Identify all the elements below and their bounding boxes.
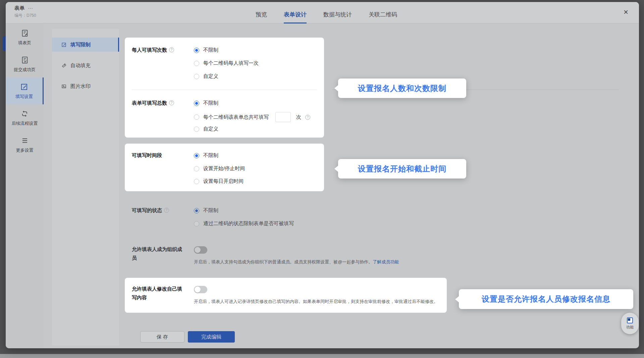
section-label-time-range: 可填写时间段 [132,151,162,160]
radio-option[interactable]: 自定义 [194,73,218,80]
radio-icon[interactable] [194,61,199,66]
doc-check-icon [20,56,29,64]
radio-label: 设置每日开启时间 [203,178,244,185]
radio-option[interactable]: 不限制 [194,152,218,159]
background-bottom-strip [0,354,644,358]
header-tabs: 预览 表单设计 数据与统计 关联二维码 [256,2,397,23]
sidebar-item-success-page[interactable]: 提交成功页 [6,51,44,78]
callout-modify-info: 设置是否允许报名人员修改报名信息 [459,289,633,309]
radio-selected-icon[interactable] [194,101,199,106]
radio-label: 每个二维码每人填写一次 [203,60,259,66]
become-member-toggle[interactable] [194,246,207,254]
image-icon [61,84,67,89]
radio-icon[interactable] [194,74,199,79]
settings-subnav: 填写限制 自动填充 图片水印 [52,29,119,346]
member-feature-link[interactable]: 了解成员功能 [373,259,399,264]
subnav-item-label: 填写限制 [70,42,91,48]
modify-own-toggle[interactable] [194,286,207,293]
subnav-item-auto-fill[interactable]: 自动填充 [52,58,119,72]
radio-icon[interactable] [194,114,199,120]
tab-linked-qrcode[interactable]: 关联二维码 [369,2,397,23]
radio-option[interactable]: 设置每日开启时间 [194,178,244,185]
subnav-item-label: 图片水印 [70,83,91,90]
radio-option[interactable]: 不限制 [194,207,218,214]
help-icon[interactable]: ? [305,115,310,120]
callout-count-limit: 设置报名人数和次数限制 [338,79,466,98]
sidebar-item-fill-page[interactable]: 填表页 [6,24,44,51]
more-menu-icon[interactable]: ⋯ [28,5,33,11]
help-icon[interactable]: ? [169,47,174,52]
section-label-text: 可填写时间段 [132,151,162,160]
radio-label: 不限制 [203,207,218,214]
radio-option[interactable]: 每个二维码每人填写一次 [194,60,259,66]
function-float-button[interactable]: 功能 [621,313,639,334]
sidebar-item-label: 填表页 [18,40,31,46]
section-label-modify-own: 允许填表人修改自己填写内容 [132,285,186,302]
card-modify-own: 允许填表人修改自己填写内容 开启后，填表人可进入记录详情页修改自己填写的内容。如… [125,278,447,313]
edit-square-icon [20,83,29,91]
help-icon[interactable]: ? [169,100,174,105]
sidebar-item-label: 填写设置 [15,94,33,100]
radio-selected-icon[interactable] [194,208,199,213]
radio-option[interactable]: 每个二维码该表单总共可填写 次 ? [194,112,310,122]
menu-lines-icon [20,136,29,145]
radio-label: 每个二维码该表单总共可填写 [203,114,269,120]
help-icon[interactable]: ? [164,208,169,213]
radio-option[interactable]: 通过二维码的状态限制表单是否可被填写 [194,220,294,227]
form-id: 编号：D750 [14,13,36,18]
radio-selected-icon[interactable] [194,153,199,158]
finish-edit-button[interactable]: 完成编辑 [188,331,235,343]
subnav-item-label: 自动填充 [70,62,91,69]
radio-selected-icon[interactable] [194,48,199,53]
card-divider [132,90,317,90]
sidebar: 填表页 提交成功页 填写设置 后续流程设置 更多设置 [6,24,44,348]
radio-label: 不限制 [203,100,218,106]
section-label-total-count: 表单可填写总数 ? [132,99,174,107]
description-text: 开启后，填表人支持勾选成为你组织下的普通成员。成员支持权限设置、被@一起参与协作… [194,259,373,264]
doc-edit-icon [20,29,29,38]
radio-icon[interactable] [194,126,199,132]
radio-option[interactable]: 不限制 [194,47,218,53]
description-text: 开启后，填表人可进入记录详情页修改自己填写的内容。如果表单同时开启审批，则支持在… [194,299,438,304]
rocket-icon [61,63,67,68]
fill-count-input[interactable] [275,112,291,122]
section-label-text: 允许填表人成为组织成员 [132,245,186,262]
tab-data-statistics[interactable]: 数据与统计 [323,2,352,23]
app-root: 表单 ⋯ 编号：D750 预览 表单设计 数据与统计 关联二维码 × 填表页 提… [0,0,644,358]
section-label-per-person: 每人可填写次数 ? [132,46,174,54]
sidebar-item-follow-up-flow[interactable]: 后续流程设置 [6,104,44,131]
tab-form-design[interactable]: 表单设计 [284,2,307,23]
section-label-text: 允许填表人修改自己填写内容 [132,285,186,302]
radio-icon[interactable] [194,166,199,171]
sidebar-item-more-settings[interactable]: 更多设置 [6,131,44,158]
close-icon[interactable]: × [624,8,628,16]
section-label-text: 可填写的状态 [132,206,162,215]
form-title: 表单 [14,5,24,11]
input-suffix: 次 [296,114,301,120]
modify-own-description: 开启后，填表人可进入记录详情页修改自己填写的内容。如果表单同时开启审批，则支持在… [194,299,438,305]
radio-label: 设置开始/停止时间 [203,165,245,172]
tab-preview[interactable]: 预览 [256,2,267,23]
radio-label: 不限制 [203,47,218,53]
sidebar-item-label: 提交成功页 [14,67,36,73]
radio-option[interactable]: 自定义 [194,126,218,132]
section-label-text: 表单可填写总数 [132,99,167,107]
radio-option[interactable]: 设置开始/停止时间 [194,165,245,172]
sidebar-item-fill-settings[interactable]: 填写设置 [6,78,44,104]
flow-repeat-icon [20,109,29,118]
radio-icon[interactable] [194,221,199,226]
radio-option[interactable]: 不限制 [194,100,218,106]
subnav-item-fill-limit[interactable]: 填写限制 [52,38,119,52]
radio-icon[interactable] [194,179,199,184]
card-fill-count-limits: 每人可填写次数 ? 不限制 每个二维码每人填写一次 自定义 表单可填写总数 ? [125,38,324,138]
callout-time-limit: 设置报名开始和截止时间 [338,159,466,178]
card-time-range: 可填写时间段 不限制 设置开始/停止时间 设置每日开启时间 [125,144,324,191]
function-icon [627,317,633,323]
function-label: 功能 [626,325,634,330]
subnav-item-image-watermark[interactable]: 图片水印 [52,79,119,93]
radio-label: 自定义 [203,126,218,132]
section-label-text: 每人可填写次数 [132,46,167,54]
radio-label: 自定义 [203,73,218,80]
save-button[interactable]: 保 存 [140,331,184,343]
become-member-description: 开启后，填表人支持勾选成为你组织下的普通成员。成员支持权限设置、被@一起参与协作… [194,259,399,265]
